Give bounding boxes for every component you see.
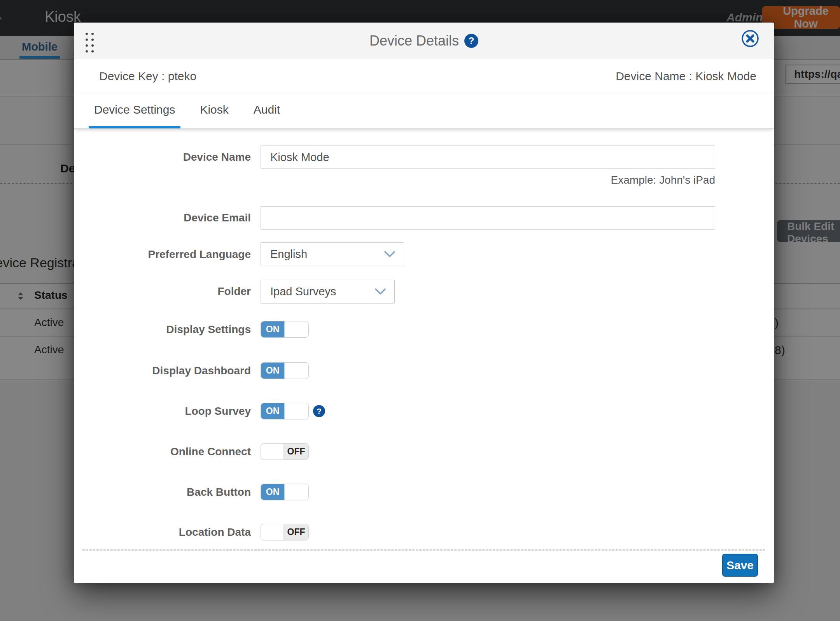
footer-dashed-divider	[82, 549, 765, 551]
display-dashboard-label: Display Dashboard	[74, 365, 251, 377]
online-connect-row: Online Connect OFF	[74, 443, 774, 460]
folder-value: Ipad Surveys	[270, 285, 336, 298]
save-button[interactable]: Save	[722, 554, 758, 577]
modal-header: Device Details ?	[74, 23, 774, 59]
back-button-label: Back Button	[74, 486, 251, 498]
loop-survey-toggle[interactable]: ON	[261, 403, 309, 419]
tab-audit[interactable]: Audit	[248, 93, 285, 128]
tab-kiosk[interactable]: Kiosk	[194, 93, 234, 128]
back-button-row: Back Button ON	[74, 484, 774, 500]
location-data-row: Location Data OFF	[74, 524, 774, 540]
modal-title: Device Details	[369, 33, 459, 49]
tab-device-settings[interactable]: Device Settings	[89, 93, 180, 128]
toggle-state: ON	[261, 363, 285, 379]
display-dashboard-toggle[interactable]: ON	[261, 362, 309, 379]
screen: › Kiosk Admin Upgrade Now Mobile Device …	[0, 0, 840, 621]
display-settings-toggle[interactable]: ON	[261, 321, 309, 338]
loop-survey-label: Loop Survey	[74, 405, 251, 418]
preferred-language-value: English	[270, 248, 307, 261]
back-button-toggle[interactable]: ON	[261, 484, 309, 500]
device-email-input[interactable]	[261, 206, 715, 230]
chevron-down-icon	[375, 288, 386, 295]
folder-row: Folder Ipad Surveys	[74, 279, 774, 303]
display-settings-label: Display Settings	[74, 323, 251, 336]
device-details-modal: Device Details ? Device Key : pteko Devi…	[74, 23, 774, 583]
device-name-text: Device Name : Kiosk Mode	[616, 70, 756, 83]
location-data-toggle[interactable]: OFF	[261, 524, 309, 540]
modal-tabs: Device Settings Kiosk Audit	[74, 93, 774, 129]
folder-label: Folder	[74, 285, 251, 298]
loop-survey-row: Loop Survey ON ?	[74, 403, 774, 419]
device-key-text: Device Key : pteko	[99, 70, 196, 83]
device-name-label: Device Name	[74, 151, 251, 163]
device-name-row: Device Name	[74, 146, 774, 169]
preferred-language-row: Preferred Language English	[74, 242, 774, 266]
toggle-state: ON	[261, 403, 285, 419]
device-email-label: Device Email	[74, 212, 251, 224]
online-connect-label: Online Connect	[74, 446, 251, 458]
close-icon[interactable]	[741, 29, 760, 48]
device-email-row: Device Email	[74, 206, 774, 230]
location-data-label: Location Data	[74, 526, 251, 539]
toggle-state: OFF	[284, 524, 308, 540]
display-dashboard-row: Display Dashboard ON	[74, 362, 774, 379]
folder-select[interactable]: Ipad Surveys	[261, 280, 395, 303]
toggle-state: ON	[261, 484, 285, 500]
preferred-language-select[interactable]: English	[261, 242, 404, 266]
device-name-input[interactable]	[261, 146, 715, 169]
preferred-language-label: Preferred Language	[74, 248, 251, 261]
toggle-state: OFF	[284, 444, 308, 460]
modal-subheader: Device Key : pteko Device Name : Kiosk M…	[74, 59, 774, 93]
chevron-down-icon	[384, 251, 395, 258]
modal-title-row: Device Details ?	[74, 23, 774, 59]
display-settings-row: Display Settings ON	[74, 321, 774, 338]
loop-survey-help-icon[interactable]: ?	[313, 405, 325, 417]
toggle-state: ON	[261, 321, 285, 337]
device-name-helper: Example: John's iPad	[261, 174, 715, 186]
help-icon[interactable]: ?	[464, 34, 478, 48]
online-connect-toggle[interactable]: OFF	[261, 443, 309, 460]
